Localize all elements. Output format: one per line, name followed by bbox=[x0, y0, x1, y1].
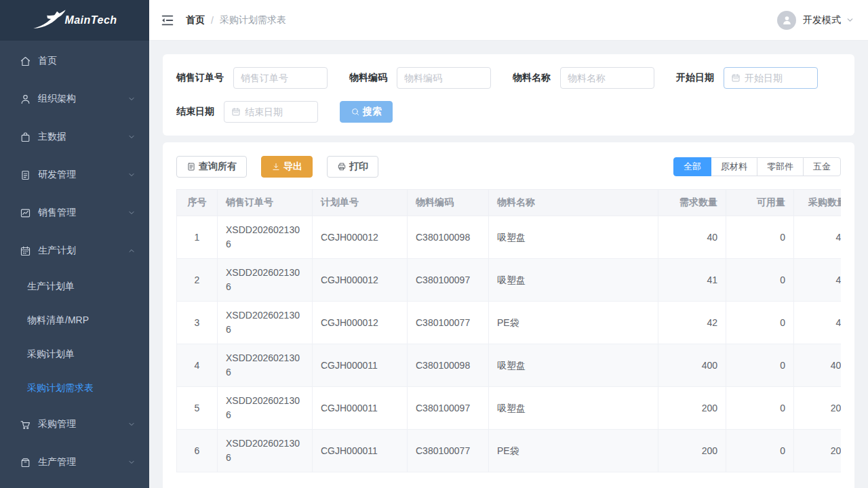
logo: MainTech bbox=[0, 0, 149, 41]
filter-field-end-date: 结束日期 bbox=[176, 101, 318, 123]
filter-card: 销售订单号物料编码物料名称开始日期结束日期搜索 bbox=[163, 54, 854, 136]
download-icon bbox=[271, 162, 281, 171]
table-row: 5XSDD2026021306CGJH000011C380100097吸塑盘20… bbox=[177, 387, 842, 430]
column-header: 序号 bbox=[177, 190, 218, 216]
search-button[interactable]: 搜索 bbox=[340, 101, 393, 123]
table-cell: C380100097 bbox=[408, 259, 489, 302]
avatar bbox=[777, 11, 796, 30]
sidebar-subitem[interactable]: 物料清单/MRP bbox=[0, 304, 149, 338]
sidebar-item-production-management[interactable]: 生产管理 bbox=[0, 443, 149, 481]
category-tab-0[interactable]: 全部 bbox=[673, 157, 711, 176]
column-header: 可用量 bbox=[726, 190, 794, 216]
category-tab-2[interactable]: 零部件 bbox=[757, 157, 804, 176]
chart-icon bbox=[20, 207, 31, 219]
print-button[interactable]: 打印 bbox=[327, 156, 378, 178]
sidebar-item-sales-management[interactable]: 销售管理 bbox=[0, 194, 149, 232]
table-cell: 0 bbox=[726, 259, 794, 302]
table-cell: XSDD2026021306 bbox=[218, 387, 313, 430]
table-cell: 200 bbox=[794, 430, 842, 472]
sidebar-item-production-plan[interactable]: 生产计划 bbox=[0, 232, 149, 270]
chevron-down-icon bbox=[127, 133, 136, 141]
main-content: 销售订单号物料编码物料名称开始日期结束日期搜索 查询所有导出打印 全部原材料零部… bbox=[149, 41, 868, 488]
search-icon bbox=[351, 107, 360, 117]
sales-order-input[interactable] bbox=[241, 73, 320, 83]
table-cell: C380100097 bbox=[408, 387, 489, 430]
table-cell: XSDD2026021306 bbox=[218, 216, 313, 259]
sidebar-item-master-data[interactable]: 主数据 bbox=[0, 118, 149, 156]
table-cell: 0 bbox=[726, 344, 794, 387]
query-all-button[interactable]: 查询所有 bbox=[176, 156, 247, 178]
table-cell: C380100098 bbox=[408, 216, 489, 259]
table-cell: 5 bbox=[177, 387, 218, 430]
filter-label: 物料编码 bbox=[349, 72, 387, 84]
table-cell: 2 bbox=[177, 259, 218, 302]
calendar-icon bbox=[20, 245, 31, 257]
end-date-input-box bbox=[224, 101, 318, 123]
user-menu[interactable]: 开发模式 bbox=[777, 11, 854, 30]
table-cell: XSDD2026021306 bbox=[218, 302, 313, 344]
table-cell: C380100077 bbox=[408, 302, 489, 344]
sidebar-item-org[interactable]: 组织架构 bbox=[0, 80, 149, 118]
breadcrumb-separator: / bbox=[211, 15, 214, 26]
filter-form: 销售订单号物料编码物料名称开始日期结束日期搜索 bbox=[176, 67, 841, 123]
end-date-input[interactable] bbox=[245, 106, 311, 117]
filter-field-start-date: 开始日期 bbox=[676, 67, 818, 89]
sidebar-subitem[interactable]: 采购计划单 bbox=[0, 338, 149, 371]
table-cell: CGJH000011 bbox=[313, 430, 408, 472]
start-date-input[interactable] bbox=[745, 73, 810, 83]
chevron-up-icon bbox=[127, 247, 136, 255]
sidebar-item-purchase-management[interactable]: 采购管理 bbox=[0, 405, 149, 443]
material-name-input[interactable] bbox=[568, 73, 647, 83]
bag-icon bbox=[20, 131, 31, 143]
table-cell: 200 bbox=[658, 387, 726, 430]
menu-fold-icon[interactable] bbox=[160, 13, 175, 28]
sidebar-item-home[interactable]: 首页 bbox=[0, 42, 149, 80]
column-header: 采购数量 bbox=[794, 190, 842, 216]
sidebar-subitem[interactable]: 采购计划需求表 bbox=[0, 371, 149, 405]
table-cell: 400 bbox=[658, 344, 726, 387]
table-card: 查询所有导出打印 全部原材料零部件五金 序号销售订单号计划单号物料编码物料名称需… bbox=[163, 142, 854, 488]
table-row: 6XSDD2026021306CGJH000011C380100077PE袋20… bbox=[177, 430, 842, 472]
chevron-down-icon bbox=[127, 420, 136, 428]
table-cell: 吸塑盘 bbox=[489, 387, 658, 430]
sidebar-item-rd-management[interactable]: 研发管理 bbox=[0, 156, 149, 194]
table-cell: 42 bbox=[658, 302, 726, 344]
table-cell: XSDD2026021306 bbox=[218, 430, 313, 472]
filter-label: 开始日期 bbox=[676, 72, 714, 84]
table-cell: 0 bbox=[726, 430, 794, 472]
sidebar-item-label: 主数据 bbox=[38, 131, 66, 143]
table-cell: 吸塑盘 bbox=[489, 344, 658, 387]
table-cell: 6 bbox=[177, 430, 218, 472]
filter-label: 结束日期 bbox=[176, 106, 214, 118]
sidebar-item-label: 生产计划 bbox=[38, 245, 76, 257]
data-table-viewport: 序号销售订单号计划单号物料编码物料名称需求数量可用量采购数量 1XSDD2026… bbox=[176, 189, 841, 472]
table-toolbar: 查询所有导出打印 全部原材料零部件五金 bbox=[176, 156, 841, 178]
sidebar-subitem[interactable]: 生产计划单 bbox=[0, 270, 149, 304]
printer-icon bbox=[337, 162, 347, 171]
table-cell: 1 bbox=[177, 216, 218, 259]
category-tab-3[interactable]: 五金 bbox=[803, 157, 841, 176]
sidebar-item-label: 组织架构 bbox=[38, 93, 76, 105]
material-code-input[interactable] bbox=[404, 73, 484, 83]
chevron-down-icon bbox=[127, 95, 136, 103]
table-cell: CGJH000011 bbox=[313, 387, 408, 430]
table-header-row: 序号销售订单号计划单号物料编码物料名称需求数量可用量采购数量 bbox=[177, 190, 842, 216]
chevron-down-icon bbox=[127, 209, 136, 217]
breadcrumb-link[interactable]: 首页 bbox=[186, 14, 205, 26]
column-header: 需求数量 bbox=[658, 190, 726, 216]
sidebar-item-label: 生产管理 bbox=[38, 456, 76, 468]
filter-field-material-code: 物料编码 bbox=[349, 67, 491, 89]
table-row: 2XSDD2026021306CGJH000012C380100097吸塑盘41… bbox=[177, 259, 842, 302]
table-cell: 40 bbox=[658, 216, 726, 259]
table-cell: CGJH000012 bbox=[313, 216, 408, 259]
column-header: 物料编码 bbox=[408, 190, 489, 216]
category-tab-1[interactable]: 原材料 bbox=[711, 157, 757, 176]
category-tabs: 全部原材料零部件五金 bbox=[673, 157, 841, 176]
export-button[interactable]: 导出 bbox=[261, 156, 313, 178]
cart-icon bbox=[20, 419, 31, 430]
table-cell: C380100077 bbox=[408, 430, 489, 472]
column-header: 物料名称 bbox=[489, 190, 658, 216]
filter-field-material-name: 物料名称 bbox=[513, 67, 654, 89]
table-cell: 41 bbox=[658, 259, 726, 302]
breadcrumb: 首页/采购计划需求表 bbox=[186, 14, 286, 26]
